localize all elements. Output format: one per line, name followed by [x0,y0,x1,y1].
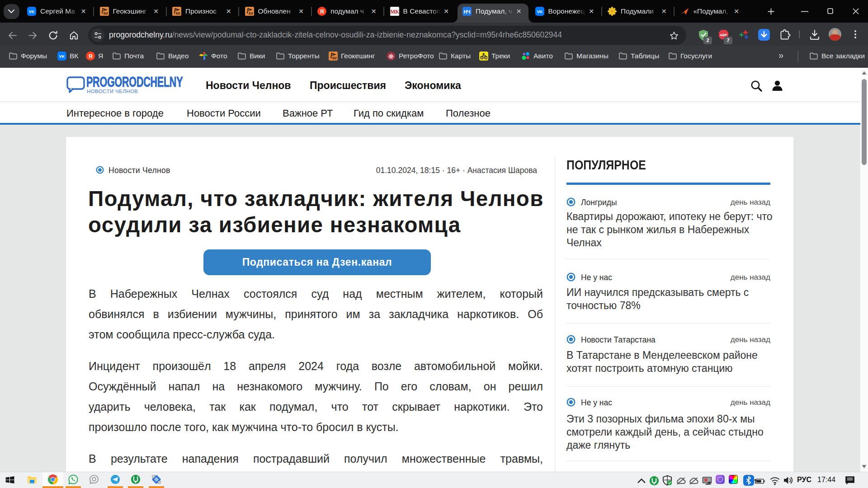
svg-text:VK: VK [59,54,65,59]
svg-text:НЧ: НЧ [464,9,471,14]
svg-text:su: su [103,11,108,15]
svg-text:su: su [176,11,181,15]
svg-text:VK: VK [29,9,35,14]
svg-text:Я: Я [320,9,324,15]
svg-text:su: su [248,11,253,15]
svg-text:su: su [332,56,337,60]
svg-text:VK: VK [537,9,542,14]
svg-text:Я: Я [89,53,93,60]
svg-text:МК: МК [390,9,399,15]
